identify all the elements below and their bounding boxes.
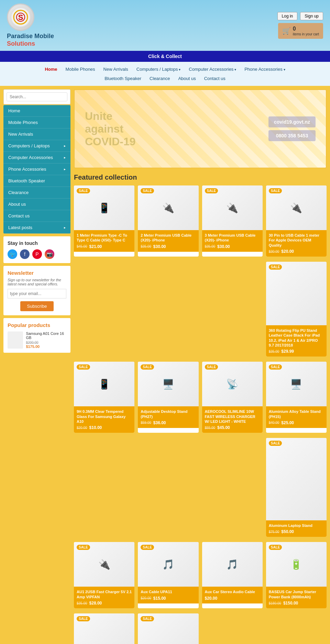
sidebar-item-about-us[interactable]: About us <box>3 199 70 210</box>
product-card[interactable]: 🎵 Aux Car Stereo Audio Cable $20.00 <box>202 542 263 608</box>
hero-banner: Unite against COVID-19 covid19.govt.nz 0… <box>74 89 327 168</box>
sidebar-item-computer-accessories[interactable]: Computer Accessories ▸ <box>3 152 70 163</box>
banner-url: covid19.govt.nz <box>268 116 316 127</box>
product-card[interactable]: SALE 🔋 BASEUS Car Jump Starter Power Ban… <box>266 542 327 608</box>
sale-badge: SALE <box>141 364 154 370</box>
product-card[interactable]: SALE 🔌 2 Meter Premium USB Cable (X20)- … <box>138 185 198 257</box>
product-image-placeholder: 🔌 <box>98 559 110 570</box>
price-old: $75.00 <box>269 530 279 534</box>
product-card[interactable]: SALE More products... <box>74 613 134 644</box>
popular-item-old-price: $200.00 <box>26 341 66 344</box>
product-card[interactable]: SALE 🖥️ Aluminium Alloy Table Stand (PH1… <box>266 362 327 433</box>
nav-bluetooth-speaker[interactable]: Bluetooth Speaker <box>101 75 145 82</box>
logo-image: S <box>7 3 34 31</box>
product-name: 3 Meter Premium USB Cable (X20)- iPhone <box>205 233 260 243</box>
nav-mobile-phones[interactable]: Mobile Phones <box>62 65 99 73</box>
product-prices: $45.00 $21.00 <box>77 244 132 249</box>
nav-home[interactable]: Home <box>41 65 60 73</box>
product-image <box>266 262 327 325</box>
twitter-icon[interactable]: 🐦 <box>8 249 17 259</box>
svg-text:S: S <box>18 13 23 22</box>
product-name: Adjustable Desktop Stand (PH27) <box>141 409 196 419</box>
cart-area[interactable]: 🛒 0 items in your cart <box>278 23 323 39</box>
sale-badge: SALE <box>205 364 218 370</box>
product-card[interactable]: SALE 🔌 30 Pin to USB Cable 1 meter For A… <box>266 185 327 257</box>
signup-button[interactable]: Sign up <box>300 12 323 20</box>
product-card[interactable]: SALE 🔌 AU1 2USB Fast Charger 5V 2.1 Amp … <box>74 542 134 608</box>
pinterest-icon[interactable]: P <box>32 249 42 259</box>
search-input[interactable] <box>7 92 67 101</box>
product-image-placeholder: 📱 <box>98 202 110 214</box>
sidebar-item-clearance[interactable]: Clearance <box>3 187 70 199</box>
product-info: 2 Meter Premium USB Cable (X20)- iPhone … <box>138 230 198 252</box>
products-row3: SALE 🔌 AU1 2USB Fast Charger 5V 2.1 Amp … <box>74 542 327 608</box>
cart-label: items in your cart <box>293 32 319 36</box>
price-new: $150.00 <box>283 601 298 606</box>
sidebar-item-computers-laptops[interactable]: Computers / Laptops ▸ <box>3 140 70 152</box>
product-card[interactable]: SALE 🖥️ Adjustable Desktop Stand (PH27) … <box>138 362 198 433</box>
price-new: $30.00 <box>153 244 166 249</box>
price-new: $21.00 <box>89 244 102 249</box>
product-prices: $20.00 $15.00 <box>141 596 196 601</box>
popular-item[interactable]: Samsung A01 Core 16 GB $200.00 $175.00 <box>8 331 66 349</box>
product-name: AU1 2USB Fast Charger 5V 2.1 Amp VIPFAN <box>77 589 132 599</box>
header: S Paradise Mobile Solutions Log in Sign … <box>0 0 330 51</box>
login-button[interactable]: Log in <box>277 12 298 20</box>
product-card[interactable]: SALE 📱 1 Meter Premium Type -C To Type C… <box>74 185 134 257</box>
product-card-wide[interactable]: SALE 360 Rotating Flip PU Stand Leather … <box>266 262 327 357</box>
banner-content: Unite against COVID-19 covid19.govt.nz 0… <box>75 103 326 155</box>
sidebar-item-latest-posts[interactable]: Latest posts ▸ <box>3 222 70 234</box>
product-card[interactable]: SALE 🔌 3 Meter Premium USB Cable (X20)- … <box>202 185 263 257</box>
sidebar-item-bluetooth-speaker[interactable]: Bluetooth Speaker <box>3 175 70 187</box>
product-prices: $75.00 $50.00 <box>269 529 324 534</box>
newsletter-email-input[interactable] <box>8 289 66 298</box>
sidebar-item-mobile-phones[interactable]: Mobile Phones <box>3 117 70 128</box>
price-new: $29.99 <box>281 349 294 354</box>
product-info: BASEUS Car Jump Starter Power Bank (8000… <box>266 587 327 608</box>
sidebar-item-new-arrivals[interactable]: New Arrivals <box>3 128 70 140</box>
popular-products-title: Popular products <box>8 322 66 328</box>
stay-in-touch-section: Stay in touch 🐦 f P 📷 <box>3 236 70 263</box>
sidebar-item-contact-us[interactable]: Contact us <box>3 210 70 222</box>
nav-contact-us[interactable]: Contact us <box>201 75 229 82</box>
price-new: $25.00 <box>281 420 294 425</box>
product-prices: $35.00 $30.00 <box>205 244 260 249</box>
product-card-tall[interactable]: SALE Aluminum Laptop Stand $75.00 $50.00 <box>266 438 327 537</box>
nav-phone-accessories[interactable]: Phone Accessories <box>241 65 288 73</box>
product-info: Aluminium Alloy Table Stand (PH15) $40.0… <box>266 406 327 428</box>
price-new: $30.00 <box>217 244 230 249</box>
product-prices: $35.00 $30.00 <box>141 244 196 249</box>
product-image-placeholder: 📱 <box>98 379 110 390</box>
nav-computer-accessories[interactable]: Computer Accessories <box>185 65 240 73</box>
header-buttons: Log in Sign up <box>277 12 323 20</box>
price-old: $35.00 <box>77 601 87 605</box>
product-card[interactable]: SALE 📡 AEROCOOL SLIMLINE 10W FAST WIRELE… <box>202 362 263 433</box>
chevron-right-icon: ▸ <box>64 167 66 171</box>
product-prices: $35.00 $29.99 <box>269 349 324 354</box>
nav-new-arrivals[interactable]: New Arrivals <box>100 65 132 73</box>
facebook-icon[interactable]: f <box>20 249 30 259</box>
price-old: $20.00 <box>77 426 87 430</box>
subscribe-button[interactable]: Subscribe <box>20 301 54 311</box>
price-old: $20.00 <box>141 596 151 600</box>
nav-about-us[interactable]: About us <box>175 75 199 82</box>
products-row2: SALE 📱 9H 0.3MM Clear Tempered Glass For… <box>74 362 327 433</box>
instagram-icon[interactable]: 📷 <box>45 249 54 259</box>
nav-computers-laptops[interactable]: Computers / Laptops <box>133 65 184 73</box>
product-prices: $59.00 $36.00 <box>141 420 196 425</box>
price-old: $40.00 <box>269 421 279 425</box>
product-name: 30 Pin to USB Cable 1 meter For Apple De… <box>269 233 324 248</box>
sale-badge: SALE <box>269 441 282 446</box>
product-image-placeholder: 🔋 <box>290 559 302 570</box>
price-new: $20.00 <box>205 596 218 601</box>
sale-badge: SALE <box>77 364 90 370</box>
popular-item-image <box>8 331 23 349</box>
sale-badge: SALE <box>269 264 282 270</box>
sidebar-item-home[interactable]: Home <box>3 105 70 117</box>
nav-clearance[interactable]: Clearance <box>146 75 173 82</box>
product-card[interactable]: SALE More products... <box>138 613 198 644</box>
sidebar-item-phone-accessories[interactable]: Phone Accessories ▸ <box>3 163 70 175</box>
product-card[interactable]: SALE 📱 9H 0.3MM Clear Tempered Glass For… <box>74 362 134 433</box>
price-new: $20.00 <box>281 249 294 254</box>
product-card[interactable]: SALE 🎵 Aux Cable UPA11 $20.00 $15.00 <box>138 542 198 608</box>
